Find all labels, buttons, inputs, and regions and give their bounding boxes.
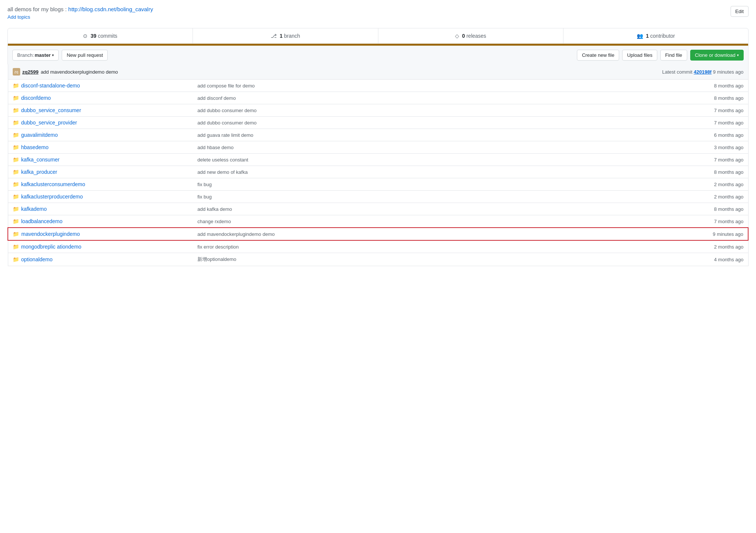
file-name-cell: 📁 guavalimitdemo: [8, 129, 193, 141]
releases-count[interactable]: 0: [462, 33, 467, 39]
releases-icon: ◇: [455, 33, 459, 39]
file-commit-msg: change rxdemo: [193, 215, 563, 228]
file-link[interactable]: dubbo_service_consumer: [21, 107, 81, 113]
latest-commit-row: zq zq2599 add mavendockerplugindemo demo…: [8, 64, 748, 80]
file-commit-msg: add dubbo consumer demo: [193, 104, 563, 117]
file-time: 7 months ago: [563, 154, 748, 166]
file-name-cell: 📁 kafkaclusterproducerdemo: [8, 191, 193, 203]
file-time: 8 months ago: [563, 203, 748, 215]
folder-icon: 📁: [13, 83, 19, 89]
file-commit-msg: add new demo of kafka: [193, 166, 563, 178]
file-name-cell: 📁 dubbo_service_provider: [8, 117, 193, 129]
file-time: 7 months ago: [563, 104, 748, 117]
file-time: 7 months ago: [563, 117, 748, 129]
file-link[interactable]: kafkaclusterconsumerdemo: [21, 181, 85, 187]
file-time: 8 months ago: [563, 80, 748, 92]
table-row: 📁 disconfdemo add disconf demo 8 months …: [8, 92, 748, 104]
table-row: 📁 dubbo_service_consumer add dubbo consu…: [8, 104, 748, 117]
stat-contributors[interactable]: 👥 1 contributor: [563, 28, 748, 43]
table-row: 📁 kafkaclusterproducerdemo fix bug 2 mon…: [8, 191, 748, 203]
file-link[interactable]: mavendockerplugindemo: [21, 231, 80, 237]
commit-time: 9 minutes ago: [713, 69, 744, 75]
file-name-cell: 📁 kafka_producer: [8, 166, 193, 178]
upload-files-button[interactable]: Upload files: [622, 50, 657, 61]
file-link[interactable]: hbasedemo: [21, 144, 49, 150]
file-time: 2 months ago: [563, 191, 748, 203]
file-name-cell: 📁 hbasedemo: [8, 141, 193, 154]
folder-icon: 📁: [13, 144, 19, 150]
commit-hash-link[interactable]: 420198f: [694, 69, 712, 75]
branches-count[interactable]: 1: [280, 33, 284, 39]
table-row: 📁 hbasedemo add hbase demo 3 months ago: [8, 141, 748, 154]
chevron-down-icon-clone: ▾: [737, 53, 739, 57]
stats-bar: ⊙ 39 commits ⎇ 1 branch ◇ 0 releases 👥 1: [7, 28, 749, 44]
repo-url-link[interactable]: http://blog.csdn.net/boling_cavalry: [68, 6, 153, 12]
new-pull-request-button[interactable]: New pull request: [62, 50, 108, 61]
latest-commit-message: add mavendockerplugindemo demo: [41, 69, 118, 75]
stat-releases[interactable]: ◇ 0 releases: [378, 28, 563, 43]
file-link[interactable]: guavalimitdemo: [21, 132, 58, 138]
find-file-button[interactable]: Find file: [660, 50, 687, 61]
commit-author[interactable]: zq2599: [22, 69, 39, 75]
file-link[interactable]: disconfdemo: [21, 95, 51, 101]
folder-icon: 📁: [13, 169, 19, 175]
file-commit-msg: fix bug: [193, 178, 563, 191]
file-time: 9 minutes ago: [563, 228, 748, 240]
folder-icon: 📁: [13, 244, 19, 250]
commits-count[interactable]: 39: [90, 33, 98, 39]
table-row: 📁 mavendockerplugindemo add mavendockerp…: [8, 228, 748, 240]
repo-description: all demos for my blogs : http://blog.csd…: [7, 6, 153, 12]
table-row: 📁 kafkaclusterconsumerdemo fix bug 2 mon…: [8, 178, 748, 191]
file-link[interactable]: optionaldemo: [21, 256, 53, 262]
file-link[interactable]: kafka_producer: [21, 169, 58, 175]
file-commit-msg: add kafka demo: [193, 203, 563, 215]
table-row: 📁 kafka_producer add new demo of kafka 8…: [8, 166, 748, 178]
folder-icon: 📁: [13, 157, 19, 163]
file-commit-msg: fix bug: [193, 191, 563, 203]
stat-branches[interactable]: ⎇ 1 branch: [193, 28, 378, 43]
file-link[interactable]: loadbalancedemo: [21, 218, 63, 224]
file-time: 6 months ago: [563, 129, 748, 141]
file-table: zq zq2599 add mavendockerplugindemo demo…: [7, 64, 749, 266]
add-topics-link[interactable]: Add topics: [7, 14, 30, 20]
file-link[interactable]: disconf-standalone-demo: [21, 83, 80, 89]
clone-or-download-button[interactable]: Clone or download ▾: [690, 50, 744, 61]
folder-icon: 📁: [13, 107, 19, 113]
commits-icon: ⊙: [83, 33, 87, 39]
file-time: 2 months ago: [563, 240, 748, 253]
contributors-count[interactable]: 1: [646, 33, 650, 39]
file-commit-msg: 新增optionaldemo: [193, 253, 563, 266]
file-name-cell: 📁 mavendockerplugindemo: [8, 228, 193, 240]
folder-icon: 📁: [13, 256, 19, 262]
file-name-cell: 📁 optionaldemo: [8, 253, 193, 266]
folder-icon: 📁: [13, 181, 19, 187]
file-link[interactable]: kafka_consumer: [21, 157, 60, 163]
table-row: 📁 kafka_consumer delete useless constant…: [8, 154, 748, 166]
avatar: zq: [13, 68, 20, 76]
file-name-cell: 📁 kafka_consumer: [8, 154, 193, 166]
file-time: 8 months ago: [563, 92, 748, 104]
file-commit-msg: add mavendockerplugindemo demo: [193, 228, 563, 240]
file-link[interactable]: kafkaclusterproducerdemo: [21, 194, 83, 200]
branch-selector[interactable]: Branch: master ▾: [12, 50, 59, 61]
file-commit-msg: add guava rate limit demo: [193, 129, 563, 141]
folder-icon: 📁: [13, 206, 19, 212]
latest-commit-meta: Latest commit 420198f 9 minutes ago: [563, 64, 748, 80]
file-commit-msg: add compose file for demo: [193, 80, 563, 92]
edit-button[interactable]: Edit: [731, 6, 749, 17]
file-name-cell: 📁 dubbo_service_consumer: [8, 104, 193, 117]
branches-icon: ⎇: [271, 33, 277, 39]
file-link[interactable]: kafkademo: [21, 206, 47, 212]
file-time: 4 months ago: [563, 253, 748, 266]
stat-commits[interactable]: ⊙ 39 commits: [8, 28, 193, 43]
folder-icon: 📁: [13, 95, 19, 101]
table-row: 📁 kafkademo add kafka demo 8 months ago: [8, 203, 748, 215]
file-commit-msg: add dubbo consumer demo: [193, 117, 563, 129]
file-commit-msg: add disconf demo: [193, 92, 563, 104]
file-link[interactable]: mongodbreplic ationdemo: [21, 244, 82, 250]
file-link[interactable]: dubbo_service_provider: [21, 120, 77, 126]
file-name-cell: 📁 loadbalancedemo: [8, 215, 193, 228]
table-row: 📁 optionaldemo 新增optionaldemo 4 months a…: [8, 253, 748, 266]
folder-icon: 📁: [13, 231, 19, 237]
create-new-file-button[interactable]: Create new file: [577, 50, 619, 61]
